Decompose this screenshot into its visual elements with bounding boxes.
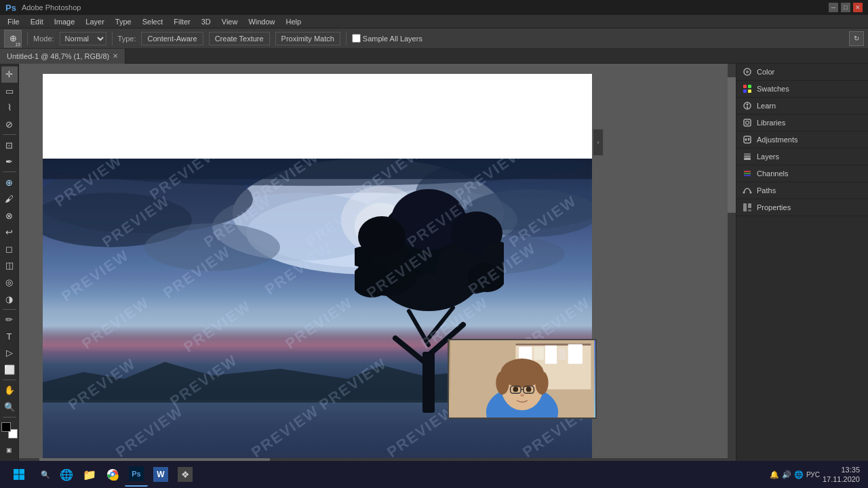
spot-healing-brush-tool[interactable]: ⊕: [1, 174, 18, 190]
svg-rect-77: [748, 203, 751, 208]
taskbar-notification-icon[interactable]: 🔔: [770, 470, 779, 479]
swatches-panel-row[interactable]: Swatches: [736, 81, 868, 97]
menu-window[interactable]: Window: [243, 16, 279, 27]
clouds-svg: [43, 159, 592, 336]
dodge-tool[interactable]: ◑: [1, 291, 18, 307]
maximize-button[interactable]: □: [841, 3, 850, 12]
channels-panel-row[interactable]: Channels: [736, 165, 868, 182]
taskbar-photoshop[interactable]: Ps: [125, 462, 148, 487]
gradient-tool[interactable]: ◫: [1, 258, 18, 274]
create-texture-btn[interactable]: Create Texture: [209, 32, 270, 45]
webcam-overlay: [448, 339, 597, 419]
menu-view[interactable]: View: [217, 16, 243, 27]
taskbar-chrome[interactable]: [102, 462, 123, 487]
menu-edit[interactable]: Edit: [26, 16, 48, 27]
taskbar-word[interactable]: W: [149, 462, 172, 487]
menu-filter[interactable]: Filter: [169, 16, 195, 27]
svg-point-50: [526, 387, 532, 392]
properties-panel-label: Properties: [757, 203, 791, 211]
healing-brush-tool-icon[interactable]: ⊕ 19: [4, 30, 22, 47]
color-swatches[interactable]: [1, 422, 18, 439]
move-tool[interactable]: ✛: [1, 66, 18, 83]
menu-help[interactable]: Help: [281, 16, 307, 27]
taskbar-edge[interactable]: 🌐: [56, 462, 77, 487]
start-button[interactable]: [3, 462, 35, 487]
right-panels: Color Swatches: [736, 64, 868, 474]
tool-separator-5: [3, 417, 16, 418]
vertical-scrollbar-thumb[interactable]: [728, 77, 736, 213]
svg-rect-60: [747, 106, 748, 109]
foreground-color-swatch[interactable]: [1, 422, 11, 432]
blur-tool[interactable]: ◎: [1, 274, 18, 291]
menu-bar: File Edit Image Layer Type Select Filter…: [0, 15, 868, 28]
history-brush-tool[interactable]: ↩: [1, 224, 18, 241]
rotate-tool-btn[interactable]: ↻: [849, 31, 864, 46]
adjustments-icon: [742, 134, 753, 145]
files-icon: 📁: [83, 468, 96, 481]
taskbar-clock[interactable]: 13:35 17.11.2020: [823, 465, 860, 485]
taskbar-volume-icon[interactable]: 🔊: [782, 470, 791, 479]
window-controls[interactable]: ─ □ ✕: [829, 3, 863, 12]
taskbar-app[interactable]: ❖: [174, 462, 197, 487]
title-bar: Ps Adobe Photoshop ─ □ ✕: [0, 0, 868, 15]
title-text: Adobe Photoshop: [22, 3, 81, 12]
channels-panel-section: Channels: [736, 165, 868, 182]
proximity-match-btn[interactable]: Proximity Match: [275, 32, 340, 45]
taskbar-network-icon[interactable]: 🌐: [794, 470, 804, 479]
svg-rect-78: [748, 209, 751, 211]
channels-panel-label: Channels: [757, 169, 788, 178]
menu-image[interactable]: Image: [50, 16, 80, 27]
tool-separator-4: [3, 380, 16, 380]
layers-panel-row[interactable]: Layers: [736, 148, 868, 165]
quick-mask-btn[interactable]: ▣: [1, 442, 18, 458]
color-panel-row[interactable]: Color: [736, 64, 868, 80]
shape-tool[interactable]: ⬜: [1, 362, 18, 378]
minimize-button[interactable]: ─: [829, 3, 838, 12]
sample-all-layers-checkbox[interactable]: [352, 34, 361, 43]
lasso-tool[interactable]: ⌇: [1, 100, 18, 116]
svg-rect-68: [744, 158, 751, 160]
menu-type[interactable]: Type: [111, 16, 136, 27]
path-selection-tool[interactable]: ▷: [1, 345, 18, 361]
channels-icon: [742, 168, 753, 179]
menu-select[interactable]: Select: [138, 16, 168, 27]
menu-3d[interactable]: 3D: [197, 16, 216, 27]
app-icon: ❖: [178, 467, 193, 482]
rectangular-marquee-tool[interactable]: ▭: [1, 83, 18, 100]
collapse-panel-button[interactable]: ›: [593, 129, 604, 156]
close-button[interactable]: ✕: [853, 3, 863, 12]
sample-all-layers-wrap[interactable]: Sample All Layers: [352, 34, 422, 43]
webcam-video: [449, 340, 595, 418]
libraries-panel-row[interactable]: Libraries: [736, 115, 868, 131]
quick-select-tool[interactable]: ⊘: [1, 117, 18, 133]
adjustments-panel-row[interactable]: Adjustments: [736, 131, 868, 148]
pen-tool[interactable]: ✏: [1, 312, 18, 328]
crop-tool[interactable]: ⊡: [1, 137, 18, 153]
libraries-panel-label: Libraries: [757, 119, 785, 127]
mode-select[interactable]: Normal Replace Multiply: [60, 32, 106, 45]
learn-panel-row[interactable]: Learn: [736, 98, 868, 114]
clone-stamp-tool[interactable]: ⊗: [1, 207, 18, 224]
vertical-scrollbar[interactable]: [728, 64, 736, 466]
properties-panel-row[interactable]: Properties: [736, 199, 868, 216]
taskbar-search[interactable]: 🔍: [37, 462, 54, 487]
svg-rect-76: [743, 203, 747, 211]
properties-icon: [742, 202, 753, 213]
content-aware-btn[interactable]: Content-Aware: [141, 32, 203, 45]
brush-tool[interactable]: 🖌: [1, 191, 18, 207]
eraser-tool[interactable]: ◻: [1, 241, 18, 258]
doc-tab-1[interactable]: Untitled-1 @ 48,7% (1, RGB/8) ✕: [0, 49, 125, 64]
eyedropper-tool[interactable]: ✒: [1, 154, 18, 170]
hand-tool[interactable]: ✋: [1, 382, 18, 399]
type-label: Type:: [118, 35, 136, 43]
zoom-tool[interactable]: 🔍: [1, 399, 18, 415]
menu-layer[interactable]: Layer: [81, 16, 109, 27]
type-tool[interactable]: T: [1, 328, 18, 344]
app-logo: Ps: [5, 3, 16, 13]
doc-tab-close[interactable]: ✕: [113, 52, 118, 60]
paths-panel-row[interactable]: Paths: [736, 182, 868, 199]
main-layout: ✛ ▭ ⌇ ⊘ ⊡ ✒ ⊕ 🖌 ⊗ ↩ ◻ ◫ ◎ ◑ ✏ T ▷ ⬜ ✋ 🔍 …: [0, 64, 868, 474]
taskbar-files[interactable]: 📁: [79, 462, 100, 487]
taskbar-right: 🔔 🔊 🌐 РУС 13:35 17.11.2020: [770, 465, 865, 485]
menu-file[interactable]: File: [3, 16, 24, 27]
